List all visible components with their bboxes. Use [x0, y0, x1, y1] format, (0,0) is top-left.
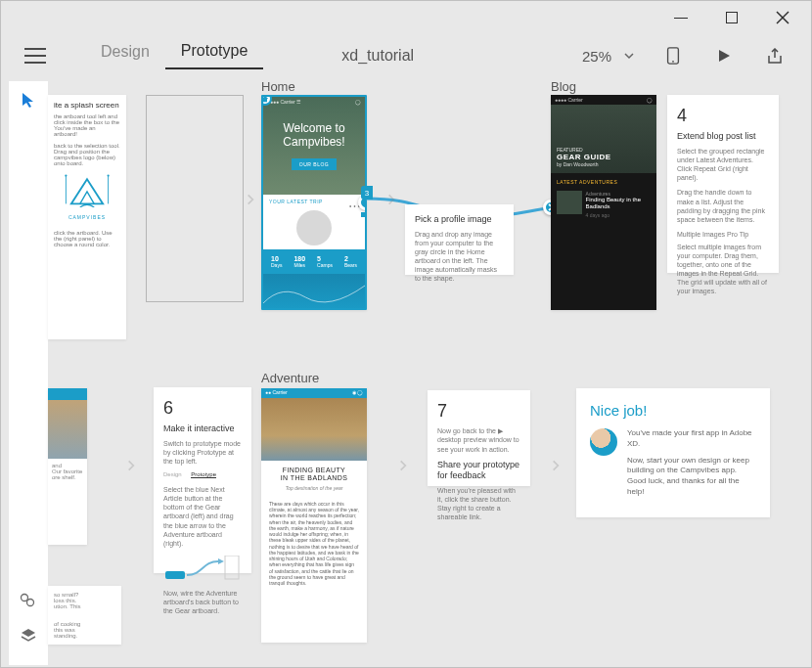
svg-rect-16: [225, 556, 239, 579]
tip4-p2: Drag the handle down to make a list. Adj…: [677, 188, 769, 223]
nav-arrow-icon: [549, 459, 563, 472]
chevron-down-icon: [623, 50, 635, 62]
nice-p1: You've made your first app in Adobe XD.: [627, 428, 756, 450]
svg-marker-4: [719, 50, 730, 62]
minimize-button[interactable]: [672, 9, 690, 26]
left-tool-panel: [9, 81, 48, 665]
blog-section-label: LATEST ADVENTURES: [551, 173, 656, 191]
nice-header: Nice job!: [590, 402, 756, 419]
tip4-p3: Multiple Images Pro Tip: [677, 230, 769, 239]
card-nice-job[interactable]: Nice job! You've made your first app in …: [576, 388, 770, 517]
tip3-title: Pick a profile image: [415, 214, 504, 226]
artboard-adventure[interactable]: ●● Carrier ◉ ◯ FINDING BEAUTYIN THE BADL…: [261, 388, 367, 643]
tip6-p2: Select the blue Next Article button at t…: [163, 485, 242, 548]
tent-icon: [54, 172, 120, 208]
nav-arrow-icon: [124, 459, 138, 472]
card-tip-4[interactable]: 4 Extend blog post list Select the group…: [667, 95, 779, 273]
artboard-blog[interactable]: ●●●● Carrier ◯ FEATURED GEAR GUIDE by Da…: [551, 95, 656, 310]
svg-point-12: [108, 175, 110, 177]
svg-rect-14: [165, 571, 185, 579]
wire-source-label: 3: [361, 186, 373, 200]
zoom-value: 25%: [582, 48, 611, 65]
svg-point-3: [672, 61, 674, 63]
tip4-p4: Select multiple images from your compute…: [677, 243, 769, 296]
artboard-label-adventure[interactable]: Adventure: [261, 371, 319, 385]
svg-marker-13: [262, 96, 268, 102]
home-hero: ●●●● Carrier ☰ ◯ Welcome to Campvibes! O…: [263, 97, 365, 195]
blog-hero: FEATURED GEAR GUIDE by Dan Woodworth: [551, 105, 656, 173]
document-title: xd_tutorial: [341, 47, 414, 65]
blog-gear-title: GEAR GUIDE: [557, 153, 651, 161]
card-tip-6[interactable]: 6 Make it interactive Switch to prototyp…: [154, 387, 251, 573]
home-welcome-text: Welcome to Campvibes!: [263, 121, 365, 149]
card-tip-7[interactable]: 7 Now go back to the ▶ desktop preview w…: [428, 390, 530, 486]
canvas[interactable]: Home Blog Adventure ite a splash screen …: [48, 77, 811, 668]
svg-point-11: [65, 175, 67, 177]
tip6-diagram: [163, 556, 242, 585]
nice-p2: Now, start your own design or keep build…: [627, 456, 756, 498]
card-partial-bottom[interactable]: so small?loss this.ution. This of cookin…: [48, 586, 121, 645]
tip6-num: 6: [163, 397, 242, 420]
tip3-body: Drag and drop any image from your comput…: [415, 230, 504, 284]
zoom-dropdown[interactable]: 25%: [582, 48, 635, 65]
nav-arrow-icon: [396, 459, 410, 472]
home-blog-button[interactable]: OUR BLOG: [292, 158, 337, 170]
tip4-title: Extend blog post list: [677, 131, 769, 143]
adv-body: These are days which occur in this clima…: [261, 497, 367, 591]
card-partial-left[interactable]: andOur favoriteore shelf.: [48, 388, 87, 545]
main-toolbar: Design Prototype xd_tutorial 25%: [1, 34, 811, 77]
home-stats: 10Days 180Miles 5Camps 2Bears: [263, 249, 365, 274]
selection-handle[interactable]: [361, 212, 366, 217]
window-titlebar: [1, 1, 811, 34]
blog-post-item: Adventures Finding Beauty in the Badland…: [551, 191, 656, 218]
home-map: [263, 274, 365, 310]
tab-prototype[interactable]: Prototype: [165, 42, 263, 69]
blog-thumb: [557, 191, 582, 214]
artboard-label-blog[interactable]: Blog: [551, 79, 576, 94]
splash-brand: CAMPVIBES: [54, 214, 120, 220]
tip7-p2: When you're pleased with it, click the s…: [437, 486, 520, 521]
svg-point-7: [22, 595, 28, 601]
svg-marker-6: [23, 93, 33, 108]
workspace: Home Blog Adventure ite a splash screen …: [1, 77, 811, 668]
blog-author: by Dan Woodworth: [557, 161, 651, 167]
artboard-label-home[interactable]: Home: [261, 79, 295, 94]
share-icon[interactable]: [766, 47, 784, 65]
play-icon[interactable]: [715, 47, 733, 65]
tip7-p1: Now go back to the ▶ desktop preview win…: [437, 426, 520, 453]
splash-heading: ite a splash screen: [54, 101, 120, 110]
splash-text-1: the artboard tool left and click inside …: [54, 113, 120, 137]
splash-text-2: back to the selection tool. Drag and pos…: [54, 143, 120, 166]
tip6-title: Make it interactive: [163, 423, 242, 435]
tip7-title: Share your prototype for feedback: [437, 460, 520, 482]
card-tip-3[interactable]: Pick a profile image Drag and drop any i…: [405, 204, 514, 275]
svg-marker-9: [22, 629, 35, 637]
maximize-button[interactable]: [723, 9, 741, 26]
svg-point-8: [27, 600, 34, 606]
adv-headline: FINDING BEAUTYIN THE BADLANDS Top destin…: [261, 461, 367, 497]
card-splash-partial[interactable]: ite a splash screen the artboard tool le…: [48, 95, 126, 339]
artboard-home[interactable]: ●●●● Carrier ☰ ◯ Welcome to Campvibes! O…: [261, 95, 367, 310]
hamburger-menu-icon[interactable]: [24, 48, 46, 64]
adv-statusbar: ●● Carrier ◉ ◯: [261, 388, 367, 398]
pointer-tool-icon[interactable]: [20, 91, 37, 111]
adv-photo: [261, 398, 367, 461]
tip7-num: 7: [437, 400, 520, 423]
close-button[interactable]: [774, 9, 791, 26]
nav-arrow-icon: [244, 193, 257, 206]
tip4-num: 4: [677, 105, 769, 127]
nav-arrow-icon: [384, 193, 398, 206]
layers-icon[interactable]: [20, 627, 37, 647]
assets-icon[interactable]: [20, 591, 37, 611]
tip6-p3: Now, wire the Adventure artboard's back …: [163, 589, 242, 615]
empty-artboard[interactable]: [146, 95, 244, 302]
tip6-p1: Switch to prototype mode by clicking Pro…: [163, 439, 242, 466]
splash-text-3: click the artboard. Use the (right panel…: [54, 230, 120, 247]
tip4-p1: Select the grouped rectangle under Lates…: [677, 147, 769, 182]
svg-marker-15: [218, 558, 224, 564]
home-profile-circle[interactable]: [296, 210, 332, 245]
avatar: [590, 428, 617, 456]
tab-design[interactable]: Design: [85, 43, 165, 68]
device-preview-icon[interactable]: [664, 47, 682, 65]
